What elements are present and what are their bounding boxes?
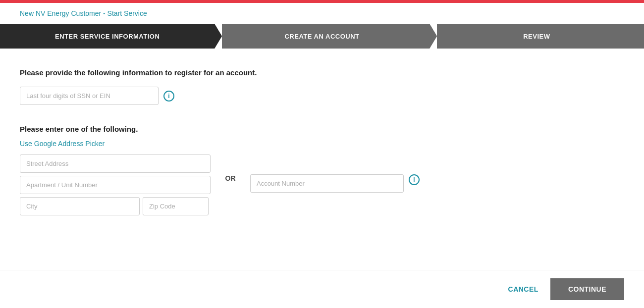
zip-code-input[interactable] (143, 197, 209, 215)
ssn-row: i (20, 87, 624, 105)
section2-title: Please enter one of the following. (20, 125, 624, 133)
city-input[interactable] (20, 197, 140, 215)
breadcrumb-link[interactable]: New NV Energy Customer - Start Service (20, 9, 147, 17)
cancel-button[interactable]: CANCEL (496, 279, 550, 299)
continue-button[interactable]: CONTINUE (550, 278, 624, 300)
bottom-actions: CANCEL CONTINUE (0, 270, 644, 308)
account-info-icon[interactable]: i (409, 174, 420, 185)
ssn-input[interactable] (20, 87, 159, 105)
step-enter-service: ENTER SERVICE INFORMATION (0, 24, 215, 49)
breadcrumb: New NV Energy Customer - Start Service (0, 3, 644, 24)
step-create-account: CREATE AN ACCOUNT (215, 24, 429, 49)
main-content: Please provide the following information… (0, 49, 644, 255)
account-section: i (250, 154, 420, 193)
city-zip-row (20, 197, 211, 215)
google-address-link[interactable]: Use Google Address Picker (20, 140, 105, 148)
ssn-info-icon[interactable]: i (163, 91, 174, 102)
street-address-input[interactable] (20, 154, 211, 173)
apt-unit-input[interactable] (20, 176, 211, 194)
account-number-input[interactable] (250, 174, 404, 193)
form-layout: OR i (20, 154, 624, 215)
section1-title: Please provide the following information… (20, 68, 624, 77)
step-review: REVIEW (429, 24, 644, 49)
steps-bar: ENTER SERVICE INFORMATION CREATE AN ACCO… (0, 24, 644, 49)
address-section (20, 154, 211, 215)
or-divider: OR (211, 154, 250, 182)
